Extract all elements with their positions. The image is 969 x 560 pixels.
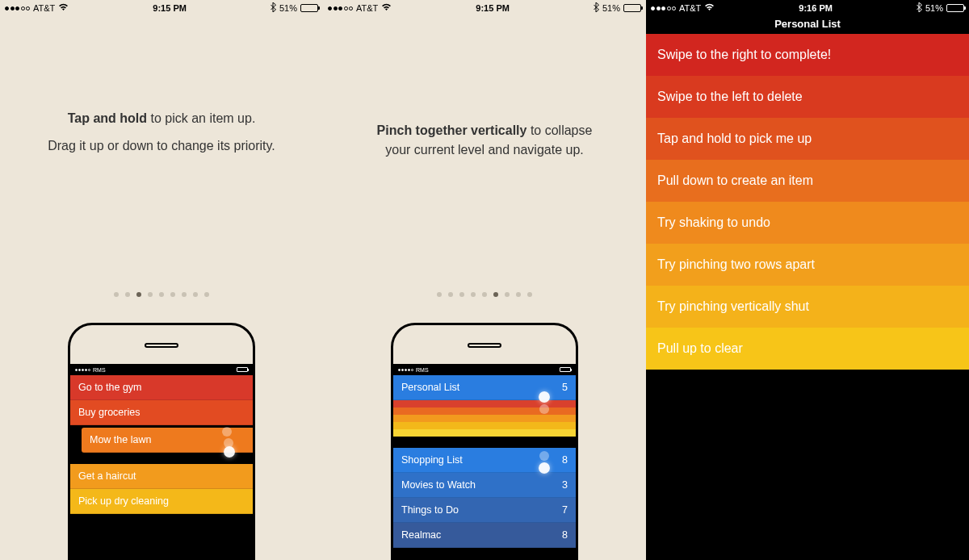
page-dot[interactable] (493, 292, 498, 297)
status-bar: AT&T 9:15 PM 51% (0, 0, 323, 16)
list-item-count: 3 (562, 479, 568, 491)
wifi-icon (58, 3, 69, 13)
page-indicator (323, 292, 646, 297)
list-item[interactable]: Tap and hold to pick me up (646, 118, 969, 160)
clock-label: 9:15 PM (69, 3, 271, 13)
list-item[interactable]: Buy groceries (70, 400, 253, 425)
page-dot[interactable] (182, 292, 187, 297)
page-dot[interactable] (114, 292, 119, 297)
list-item[interactable]: Try pinching vertically shut (646, 286, 969, 328)
battery-percent-label: 51% (279, 3, 297, 13)
carrier-label: AT&T (33, 3, 55, 13)
clock-label: 9:15 PM (392, 3, 594, 13)
carrier-label: AT&T (679, 3, 701, 13)
list-item-label: Things to Do (401, 504, 459, 516)
phone-screen: RMS Go to the gymBuy groceriesMow the la… (70, 364, 253, 558)
list-item[interactable]: Pick up dry cleaning (70, 489, 253, 514)
collapsed-stripe (393, 415, 576, 422)
page-dot[interactable] (125, 292, 130, 297)
page-dot[interactable] (471, 292, 476, 297)
list-item-label: Realmac (401, 529, 441, 541)
signal-strength-icon (328, 6, 353, 10)
page-dot[interactable] (136, 292, 141, 297)
list-item-label: Shopping List (401, 454, 463, 466)
page-dot[interactable] (148, 292, 153, 297)
tutorial-rest: to pick an item up. (147, 111, 255, 125)
drag-knob-icon (224, 446, 235, 458)
page-dot[interactable] (170, 292, 175, 297)
mini-status-bar: RMS (70, 364, 253, 375)
mini-status-bar: RMS (393, 364, 576, 375)
battery-percent-label: 51% (602, 3, 620, 13)
bluetooth-icon (917, 2, 922, 14)
list-item[interactable]: Realmac8 (393, 523, 576, 548)
page-dot[interactable] (527, 292, 532, 297)
page-dot[interactable] (437, 292, 442, 297)
status-bar: AT&T 9:15 PM 51% (323, 0, 646, 16)
tutorial-panel-2: AT&T 9:15 PM 51% Pinch together vertical… (323, 0, 646, 560)
signal-strength-icon (651, 6, 676, 10)
page-indicator (0, 292, 323, 297)
list-title: Personal List (646, 18, 969, 30)
page-dot[interactable] (482, 292, 487, 297)
list-item[interactable]: Swipe to the left to delete (646, 76, 969, 118)
wifi-icon (381, 3, 392, 13)
list-item-count: 8 (562, 529, 568, 541)
tutorial-bold: Tap and hold (68, 111, 147, 125)
list-item[interactable]: Movies to Watch3 (393, 473, 576, 498)
phone-preview: RMS Personal List5Shopping List8Movies t… (391, 323, 578, 560)
page-dot[interactable] (448, 292, 453, 297)
phone-screen: RMS Personal List5Shopping List8Movies t… (393, 364, 576, 558)
list-item-label: Personal List (401, 382, 459, 393)
wifi-icon (704, 3, 715, 13)
battery-icon (946, 4, 964, 12)
tutorial-line2: Drag it up or down to change its priorit… (40, 136, 283, 156)
list-item-label: Movies to Watch (401, 479, 476, 491)
list-item[interactable]: Go to the gym (70, 375, 253, 400)
app-panel: AT&T 9:16 PM 51% Personal List Swipe to … (646, 0, 969, 560)
page-dot[interactable] (516, 292, 521, 297)
tutorial-text: Pinch together vertically to collapse yo… (323, 121, 646, 168)
tutorial-bold: Pinch together vertically (377, 123, 527, 137)
tutorial-text: Tap and hold to pick an item up. Drag it… (0, 109, 323, 164)
page-dot[interactable] (204, 292, 209, 297)
pinch-knob-top-icon (539, 391, 550, 403)
page-dot[interactable] (159, 292, 164, 297)
list-item[interactable]: Try pinching two rows apart (646, 244, 969, 286)
list-item-count: 5 (562, 382, 568, 393)
list-item[interactable]: Swipe to the right to complete! (646, 34, 969, 76)
signal-strength-icon (5, 6, 30, 10)
page-dot[interactable] (505, 292, 510, 297)
list-item[interactable]: Things to Do7 (393, 498, 576, 523)
task-list[interactable]: Swipe to the right to complete!Swipe to … (646, 34, 969, 370)
list-item[interactable]: Try shaking to undo (646, 202, 969, 244)
phone-speaker-icon (145, 343, 178, 348)
collapsed-stripe (393, 422, 576, 429)
tutorial-panel-1: AT&T 9:15 PM 51% Tap and hold to pick an… (0, 0, 323, 560)
bluetooth-icon (594, 2, 599, 14)
list-item[interactable]: Pull down to create an item (646, 160, 969, 202)
bluetooth-icon (271, 2, 276, 14)
status-bar: AT&T 9:16 PM 51% (646, 0, 969, 16)
list-item[interactable]: Get a haircut (70, 464, 253, 489)
list-item-count: 8 (562, 454, 568, 466)
clock-label: 9:16 PM (715, 3, 917, 13)
phone-speaker-icon (468, 343, 501, 348)
list-item-count: 7 (562, 504, 568, 516)
carrier-label: AT&T (356, 3, 378, 13)
battery-percent-label: 51% (925, 3, 943, 13)
pinch-knob-bottom-icon (539, 462, 550, 474)
battery-icon (623, 4, 641, 12)
list-item[interactable]: Pull up to clear (646, 328, 969, 370)
page-dot[interactable] (459, 292, 464, 297)
battery-icon (300, 4, 318, 12)
collapsed-stripe (393, 429, 576, 437)
page-dot[interactable] (193, 292, 198, 297)
phone-preview: RMS Go to the gymBuy groceriesMow the la… (68, 323, 255, 560)
